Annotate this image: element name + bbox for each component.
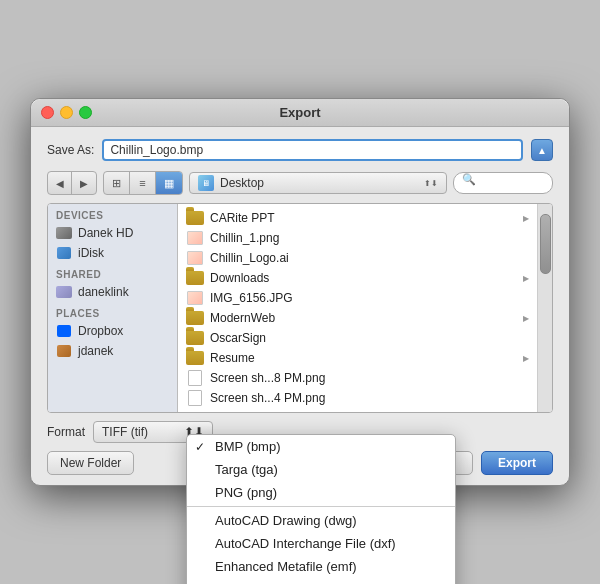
dropdown-item-dxf[interactable]: AutoCAD Interchange File (dxf) [187, 532, 455, 555]
file-item[interactable]: Screen sh...4 PM.png [178, 388, 537, 408]
hard-drive-icon [56, 226, 72, 240]
image-icon [186, 230, 204, 246]
disclosure-arrow: ▶ [523, 314, 529, 323]
places-header: PLACES [48, 302, 177, 321]
file-item[interactable]: Screen sh...8 PM.png [178, 368, 537, 388]
maximize-button[interactable] [79, 106, 92, 119]
location-popup-button[interactable]: ▲ [531, 139, 553, 161]
sidebar-item-jdanek[interactable]: jdanek [48, 341, 177, 361]
location-label: Desktop [220, 176, 418, 190]
dialog-title: Export [279, 105, 320, 120]
file-item[interactable]: Chillin_Logo.ai [178, 248, 537, 268]
column-view-button[interactable]: ▦ [156, 172, 182, 194]
file-name: Downloads [210, 271, 517, 285]
back-button[interactable]: ◀ [48, 172, 72, 194]
network-icon [56, 285, 72, 299]
folder-icon [186, 350, 204, 366]
image-icon [186, 250, 204, 266]
folder-icon [186, 310, 204, 326]
location-selector[interactable]: 🖥 Desktop ⬆⬇ [189, 172, 447, 194]
sidebar: DEVICES Danek HD iDisk SHARED [48, 204, 178, 412]
idisk-icon [56, 246, 72, 260]
sidebar-label: Danek HD [78, 226, 133, 240]
sidebar-item-idisk[interactable]: iDisk [48, 243, 177, 263]
close-button[interactable] [41, 106, 54, 119]
home-icon [56, 344, 72, 358]
dropdown-item-label: BMP (bmp) [215, 439, 281, 454]
file-browser: DEVICES Danek HD iDisk SHARED [47, 203, 553, 413]
file-item[interactable]: OscarSign [178, 328, 537, 348]
file-icon [186, 390, 204, 406]
filename-input[interactable] [102, 139, 523, 161]
disclosure-arrow: ▶ [523, 214, 529, 223]
dropdown-item-dwg[interactable]: AutoCAD Drawing (dwg) [187, 509, 455, 532]
export-button[interactable]: Export [481, 451, 553, 475]
scrollbar[interactable] [537, 204, 552, 412]
sidebar-label: jdanek [78, 344, 113, 358]
file-name: ModernWeb [210, 311, 517, 325]
disclosure-arrow: ▶ [523, 274, 529, 283]
view-buttons: ⊞ ≡ ▦ [103, 171, 183, 195]
file-list[interactable]: CARite PPT ▶ Chillin_1.png Chillin_Logo.… [178, 204, 537, 412]
search-input[interactable]: 🔍 [453, 172, 553, 194]
traffic-lights [41, 106, 92, 119]
format-label: Format [47, 425, 85, 439]
dropdown-item-label: PNG (png) [215, 485, 277, 500]
file-item[interactable]: CARite PPT ▶ [178, 208, 537, 228]
scrollbar-track[interactable] [538, 204, 552, 412]
dropbox-icon [56, 324, 72, 338]
dialog-body: Save As: ▲ ◀ ▶ ⊞ ≡ ▦ 🖥 Desktop ⬆⬇ 🔍 [31, 127, 569, 485]
folder-icon [186, 270, 204, 286]
folder-icon [186, 210, 204, 226]
sidebar-label: daneklink [78, 285, 129, 299]
minimize-button[interactable] [60, 106, 73, 119]
file-item-downloads[interactable]: Downloads ▶ [178, 268, 537, 288]
dropdown-item-bmp[interactable]: ✓ BMP (bmp) [187, 435, 455, 458]
file-name: Chillin_Logo.ai [210, 251, 529, 265]
dropdown-item-emf[interactable]: Enhanced Metafile (emf) [187, 555, 455, 578]
sidebar-item-dropbox[interactable]: Dropbox [48, 321, 177, 341]
dropdown-item-tga[interactable]: Targa (tga) [187, 458, 455, 481]
file-item[interactable]: Resume ▶ [178, 348, 537, 368]
dropdown-item-label: Targa (tga) [215, 462, 278, 477]
file-name: Chillin_1.png [210, 231, 529, 245]
file-item[interactable]: IMG_6156.JPG [178, 288, 537, 308]
devices-header: DEVICES [48, 204, 177, 223]
title-bar: Export [31, 99, 569, 127]
format-value: TIFF (tif) [102, 425, 148, 439]
file-name: Resume [210, 351, 517, 365]
file-name: CARite PPT [210, 211, 517, 225]
dropdown-item-swf[interactable]: Flash (swf) [187, 578, 455, 584]
sidebar-label: iDisk [78, 246, 104, 260]
format-dropdown-menu: ✓ BMP (bmp) Targa (tga) PNG (png) AutoCA… [186, 434, 456, 584]
file-name: Screen sh...4 PM.png [210, 391, 529, 405]
dropdown-item-label: AutoCAD Drawing (dwg) [215, 513, 357, 528]
location-icon: 🖥 [198, 175, 214, 191]
new-folder-button[interactable]: New Folder [47, 451, 134, 475]
location-dropdown-arrow: ⬆⬇ [424, 179, 438, 188]
icon-view-button[interactable]: ⊞ [104, 172, 130, 194]
sidebar-item-daneklink[interactable]: daneklink [48, 282, 177, 302]
file-item[interactable]: Chillin_1.png [178, 228, 537, 248]
forward-button[interactable]: ▶ [72, 172, 96, 194]
file-name: IMG_6156.JPG [210, 291, 529, 305]
sidebar-item-danek-hd[interactable]: Danek HD [48, 223, 177, 243]
image-icon [186, 290, 204, 306]
dropdown-item-label: AutoCAD Interchange File (dxf) [215, 536, 396, 551]
sidebar-label: Dropbox [78, 324, 123, 338]
search-icon: 🔍 [462, 173, 476, 185]
navigation-row: ◀ ▶ ⊞ ≡ ▦ 🖥 Desktop ⬆⬇ 🔍 [47, 171, 553, 195]
folder-icon [186, 330, 204, 346]
scrollbar-thumb[interactable] [540, 214, 551, 274]
save-as-label: Save As: [47, 143, 94, 157]
checkmark-icon: ✓ [195, 440, 205, 454]
list-view-button[interactable]: ≡ [130, 172, 156, 194]
disclosure-arrow: ▶ [523, 354, 529, 363]
file-item[interactable]: ModernWeb ▶ [178, 308, 537, 328]
dropdown-item-png[interactable]: PNG (png) [187, 481, 455, 504]
dropdown-item-label: Enhanced Metafile (emf) [215, 559, 357, 574]
file-name: OscarSign [210, 331, 529, 345]
file-name: Screen sh...8 PM.png [210, 371, 529, 385]
export-dialog: Export Save As: ▲ ◀ ▶ ⊞ ≡ ▦ 🖥 Desktop ⬆⬇ [30, 98, 570, 486]
file-icon [186, 370, 204, 386]
